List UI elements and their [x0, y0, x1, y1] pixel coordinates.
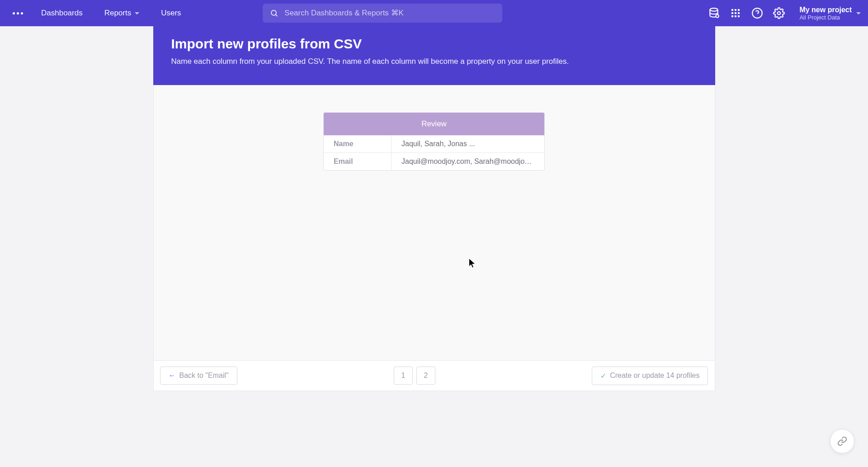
row-value-email: Jaquil@moodjoy.com, Sarah@moodjoy.c...	[392, 153, 544, 170]
page-1-button[interactable]: 1	[394, 367, 413, 385]
search-icon	[270, 9, 278, 18]
svg-rect-10	[731, 15, 733, 17]
svg-rect-11	[735, 15, 736, 17]
footer-bar: ← Back to "Email" 1 2 ✓ Create or update…	[153, 360, 715, 391]
svg-rect-8	[735, 12, 736, 14]
arrow-left-icon: ←	[169, 372, 176, 380]
chevron-down-icon	[856, 12, 861, 14]
nav-reports[interactable]: Reports	[95, 0, 149, 26]
back-button-label: Back to "Email"	[179, 372, 229, 380]
search-bar[interactable]	[263, 4, 502, 23]
svg-line-1	[275, 14, 277, 16]
link-icon	[837, 436, 847, 446]
project-name: My new project	[799, 6, 852, 14]
nav-reports-label: Reports	[104, 9, 132, 18]
svg-rect-6	[738, 9, 740, 11]
menu-dots-icon[interactable]	[7, 9, 28, 18]
project-selector[interactable]: My new project All Project Data	[795, 6, 861, 21]
svg-point-3	[716, 14, 719, 18]
project-subtitle: All Project Data	[799, 14, 852, 21]
row-label-email: Email	[324, 153, 392, 170]
row-label-name: Name	[324, 135, 392, 152]
svg-rect-9	[738, 12, 740, 14]
chevron-down-icon	[135, 12, 139, 14]
database-icon[interactable]	[708, 7, 720, 19]
nav-users[interactable]: Users	[152, 0, 190, 26]
check-icon: ✓	[600, 372, 606, 380]
nav-left-group: Dashboards Reports Users	[7, 0, 190, 26]
project-text: My new project All Project Data	[799, 6, 852, 21]
gear-icon[interactable]	[773, 7, 785, 19]
apps-grid-icon[interactable]	[730, 7, 741, 19]
pagination: 1 2	[394, 367, 435, 385]
back-button[interactable]: ← Back to "Email"	[160, 367, 237, 385]
svg-rect-4	[731, 9, 733, 11]
content-wrapper: Import new profiles from CSV Name each c…	[0, 26, 868, 391]
create-button-label: Create or update 14 profiles	[610, 372, 699, 380]
table-row: Name Jaquil, Sarah, Jonas ...	[324, 135, 544, 153]
svg-rect-5	[735, 9, 736, 11]
svg-point-0	[271, 10, 276, 15]
svg-rect-12	[738, 15, 740, 17]
page-2-button[interactable]: 2	[416, 367, 435, 385]
svg-rect-7	[731, 12, 733, 14]
top-navigation: Dashboards Reports Users My new project …	[0, 0, 868, 26]
row-value-name: Jaquil, Sarah, Jonas ...	[392, 135, 544, 152]
floating-action-button[interactable]	[830, 429, 854, 453]
page-title: Import new profiles from CSV	[171, 36, 697, 52]
search-input[interactable]	[284, 9, 495, 18]
svg-point-2	[710, 8, 718, 11]
nav-dashboards[interactable]: Dashboards	[32, 0, 92, 26]
review-table: Review Name Jaquil, Sarah, Jonas ... Ema…	[323, 112, 545, 171]
svg-point-15	[778, 12, 781, 15]
create-profiles-button[interactable]: ✓ Create or update 14 profiles	[592, 367, 708, 385]
nav-right-group: My new project All Project Data	[708, 6, 861, 21]
table-row: Email Jaquil@moodjoy.com, Sarah@moodjoy.…	[324, 153, 544, 170]
main-content-card: Review Name Jaquil, Sarah, Jonas ... Ema…	[153, 85, 715, 360]
review-table-header: Review	[324, 113, 544, 135]
content-header: Import new profiles from CSV Name each c…	[153, 26, 715, 85]
help-icon[interactable]	[751, 7, 763, 19]
page-description: Name each column from your uploaded CSV.…	[171, 57, 697, 66]
